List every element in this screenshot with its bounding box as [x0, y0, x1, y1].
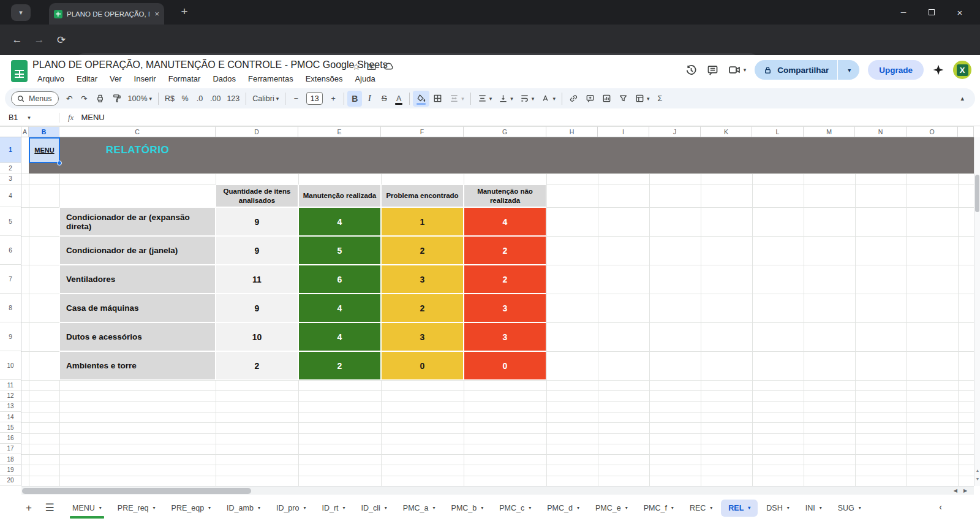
format-percent[interactable]: %	[178, 91, 192, 107]
sheet-tab-menu-icon[interactable]: ▾	[625, 505, 628, 511]
sheet-tab-INI[interactable]: INI▾	[798, 500, 829, 517]
sheet-tab-DSH[interactable]: DSH▾	[759, 500, 796, 517]
sheet-tab-PMC_e[interactable]: PMC_e▾	[588, 500, 635, 517]
grid-body[interactable]: RELATÓRIOMENUQuantidade de itens analisa…	[0, 137, 974, 486]
sheet-tab-REC[interactable]: REC▾	[682, 500, 720, 517]
table-cell[interactable]: 2	[464, 236, 546, 265]
table-cell[interactable]: 3	[464, 294, 546, 322]
formula-input[interactable]: MENU	[81, 113, 104, 122]
zoom[interactable]: 100%▾	[125, 91, 156, 107]
tab-scroll-left-icon[interactable]: ‹	[939, 502, 942, 512]
text-rotation-button[interactable]: ▾	[537, 91, 559, 107]
vertical-scrollbar[interactable]: ▲ ▼	[974, 137, 980, 486]
bold-button[interactable]: B	[347, 91, 362, 107]
increase-decimal-places[interactable]: .00	[207, 91, 224, 107]
table-cell[interactable]: 2	[381, 294, 464, 322]
horizontal-align-button[interactable]: ▾	[474, 91, 496, 107]
column-header-D[interactable]: D	[216, 126, 298, 137]
upgrade-button[interactable]: Upgrade	[868, 60, 924, 80]
table-cell[interactable]: 11	[216, 265, 298, 294]
table-cell[interactable]: 5	[298, 236, 381, 265]
sheet-tab-PMC_f[interactable]: PMC_f▾	[636, 500, 681, 517]
font[interactable]: Calibri▾	[249, 91, 282, 107]
insert-link-button[interactable]	[565, 91, 582, 107]
column-header-L[interactable]: L	[752, 126, 804, 137]
scroll-left-icon[interactable]: ◀	[954, 488, 957, 493]
sheet-tab-ID_cli[interactable]: ID_cli▾	[354, 500, 394, 517]
sheet-tab-menu-icon[interactable]: ▾	[303, 505, 306, 511]
sheet-tab-menu-icon[interactable]: ▾	[258, 505, 260, 511]
sheet-tab-menu-icon[interactable]: ▾	[787, 505, 790, 511]
sheet-tab-menu-icon[interactable]: ▾	[671, 505, 674, 511]
sheet-tab-PRE_req[interactable]: PRE_req▾	[110, 500, 163, 517]
text-wrap-button[interactable]: ▾	[516, 91, 538, 107]
merge-cells-button[interactable]: ▾	[446, 91, 467, 107]
table-cell[interactable]: 3	[381, 265, 464, 294]
toolbar-collapse-icon[interactable]: ▴	[960, 94, 969, 102]
sheet-tab-menu-icon[interactable]: ▾	[208, 505, 211, 511]
add-sheet-button[interactable]: +	[18, 502, 39, 514]
sheet-tab-PMC_c[interactable]: PMC_c▾	[492, 500, 538, 517]
table-cell[interactable]: 6	[298, 265, 381, 294]
sheet-tab-menu-icon[interactable]: ▾	[385, 505, 387, 511]
column-header-N[interactable]: N	[855, 126, 907, 137]
vertical-align-button[interactable]: ▾	[495, 91, 516, 107]
scroll-down-icon[interactable]: ▼	[974, 477, 980, 481]
selection-handle[interactable]	[57, 161, 62, 165]
decrease-decimal-places[interactable]: .0	[192, 91, 207, 107]
sheet-tab-menu-icon[interactable]: ▾	[433, 505, 435, 511]
reload-button[interactable]: ⟳	[50, 34, 72, 47]
create-filter-button[interactable]	[615, 91, 631, 107]
grid-corner[interactable]	[0, 126, 21, 137]
selected-cell-b1[interactable]: MENU	[29, 137, 60, 163]
decrease-font-size-button[interactable]: −	[288, 91, 303, 107]
undo-button[interactable]: ↶	[62, 91, 77, 107]
all-sheets-button[interactable]: ☰	[39, 501, 60, 514]
menu-item[interactable]: Editar	[72, 73, 102, 85]
sheet-tab-menu-icon[interactable]: ▾	[343, 505, 345, 511]
horizontal-scrollbar-thumb[interactable]	[22, 488, 251, 494]
table-cell[interactable]: 0	[381, 351, 464, 380]
borders-button[interactable]	[429, 91, 446, 107]
column-header-C[interactable]: C	[59, 126, 216, 137]
table-cell[interactable]: 9	[216, 294, 298, 322]
sheet-tab-PMC_b[interactable]: PMC_b▾	[444, 500, 491, 517]
account-avatar[interactable]: X	[953, 61, 971, 79]
sheet-tab-menu-icon[interactable]: ▾	[748, 505, 750, 511]
share-dropdown-icon[interactable]: ▾	[843, 67, 856, 74]
table-cell[interactable]: 3	[464, 322, 546, 351]
close-button[interactable]: ×	[946, 0, 974, 25]
sheet-tab-menu-icon[interactable]: ▾	[820, 505, 822, 511]
share-button[interactable]: Compartilhar ▾	[755, 60, 859, 80]
text-color-button[interactable]: A	[391, 91, 406, 107]
font-size[interactable]: 13	[303, 91, 326, 107]
column-header-F[interactable]: F	[381, 126, 464, 137]
comments-icon[interactable]	[706, 64, 719, 77]
italic-button[interactable]: I	[362, 91, 377, 107]
table-cell[interactable]: 3	[381, 322, 464, 351]
cloud-status-icon[interactable]	[383, 61, 394, 72]
table-cell[interactable]: 4	[298, 294, 381, 322]
vertical-scrollbar-thumb[interactable]	[975, 175, 979, 212]
table-cell[interactable]: 0	[464, 351, 546, 380]
name-box-dropdown-icon[interactable]: ▾	[28, 115, 31, 121]
column-header-G[interactable]: G	[464, 126, 546, 137]
table-cell[interactable]: 2	[216, 351, 298, 380]
column-header-H[interactable]: H	[546, 126, 598, 137]
menu-item[interactable]: Dados	[208, 73, 241, 85]
format-currency[interactable]: R$	[162, 91, 178, 107]
table-cell[interactable]: 10	[216, 322, 298, 351]
sheet-tab-menu-icon[interactable]: ▾	[710, 505, 712, 511]
menu-item[interactable]: Ferramentas	[243, 73, 298, 85]
fill-color-button[interactable]	[413, 91, 429, 107]
sheets-logo-icon[interactable]	[11, 60, 28, 82]
sheet-tab-PRE_eqp[interactable]: PRE_eqp▾	[164, 500, 219, 517]
menu-item[interactable]: Ver	[105, 73, 127, 85]
menu-item[interactable]: Extensões	[301, 73, 348, 85]
paint-format-button[interactable]	[108, 91, 125, 107]
table-views-button[interactable]: ▾	[631, 91, 653, 107]
table-cell[interactable]: 4	[298, 322, 381, 351]
table-cell[interactable]: 9	[216, 207, 298, 236]
sheet-tab-PMC_d[interactable]: PMC_d▾	[540, 500, 587, 517]
sheet-tab-ID_pro[interactable]: ID_pro▾	[269, 500, 314, 517]
